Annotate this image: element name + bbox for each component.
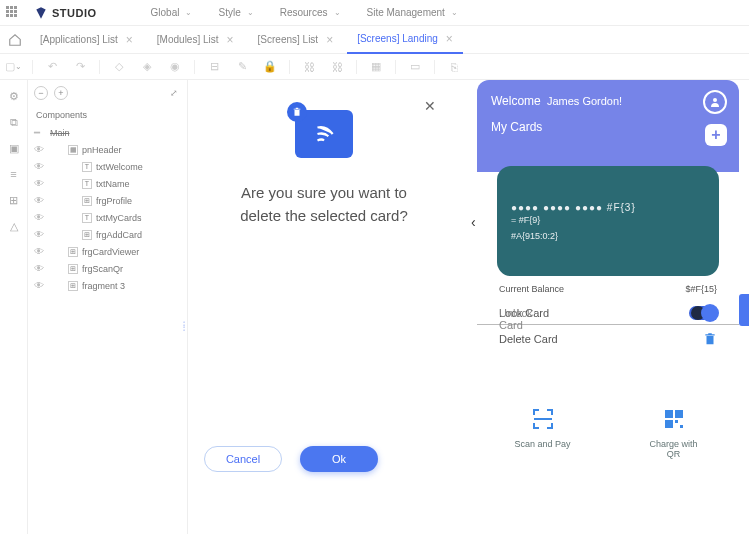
app-logo: STUDIO: [34, 6, 97, 20]
visibility-icon[interactable]: 👁: [34, 246, 46, 257]
node-label: pnHeader: [82, 145, 122, 155]
settings-icon[interactable]: ⚙: [6, 88, 22, 104]
card-expiry: = #F{9}: [511, 215, 705, 225]
ok-button[interactable]: Ok: [300, 446, 378, 472]
save-dropdown[interactable]: ▢⌄: [4, 58, 22, 76]
add-card-button[interactable]: +: [705, 124, 727, 146]
visibility-icon[interactable]: 👁: [34, 263, 46, 274]
quick-actions: Scan and Pay Charge with QR: [477, 407, 739, 459]
top-menu: Global⌄ Style⌄ Resources⌄ Site Managemen…: [151, 7, 458, 18]
node-label: frgProfile: [96, 196, 132, 206]
layers-icon[interactable]: ⧉: [6, 114, 22, 130]
app-name: STUDIO: [52, 7, 97, 19]
cancel-button[interactable]: Cancel: [204, 446, 282, 472]
design-canvas: ✕ Are you sure you want to delete the se…: [188, 80, 749, 534]
visibility-icon[interactable]: 👁: [34, 212, 46, 223]
visibility-icon[interactable]: 👁: [34, 144, 46, 155]
tree-node[interactable]: 👁TtxtWelcome: [28, 158, 187, 175]
tree-node[interactable]: 👁▦pnHeader: [28, 141, 187, 158]
collapse-all-button[interactable]: −: [34, 86, 48, 100]
tab-screens-list[interactable]: [Screens] List×: [248, 26, 344, 54]
node-label: txtMyCards: [96, 213, 142, 223]
visibility-icon[interactable]: 👁: [34, 280, 46, 291]
close-icon[interactable]: ×: [326, 33, 333, 47]
copy-button[interactable]: ⎘: [445, 58, 463, 76]
link-button[interactable]: ⛓: [300, 58, 318, 76]
undo-button[interactable]: ↶: [43, 58, 61, 76]
menu-global[interactable]: Global⌄: [151, 7, 193, 18]
tab-applications-list[interactable]: [Applications] List×: [30, 26, 143, 54]
app-grip-icon[interactable]: [6, 6, 20, 20]
card-carousel: ‹ › ●●●● ●●●● ●●●● #F{3} = #F{9} #A{915:…: [477, 166, 739, 276]
main-area: ⚙ ⧉ ▣ ≡ ⊞ △ − + ⤢ Components ━ Main 👁▦pn…: [0, 80, 749, 534]
tree-title: Components: [28, 106, 187, 124]
tree-node[interactable]: 👁TtxtMyCards: [28, 209, 187, 226]
tab-modules-list[interactable]: [Modules] List×: [147, 26, 244, 54]
tree-node[interactable]: 👁⊞frgScanQr: [28, 260, 187, 277]
visibility-icon[interactable]: 👁: [34, 178, 46, 189]
node-type-icon: ⊞: [68, 264, 78, 274]
tool-1[interactable]: ◇: [110, 58, 128, 76]
quick-scan-pay[interactable]: Scan and Pay: [513, 407, 573, 459]
un-group-button[interactable]: ⊟: [205, 58, 223, 76]
screen-preview: Welcome James Gordon! My Cards + ‹ › ●●●…: [477, 80, 739, 500]
node-type-icon: T: [82, 213, 92, 223]
node-type-icon: T: [82, 162, 92, 172]
tree-node[interactable]: 👁⊞fragment 3: [28, 277, 187, 294]
right-panel-handle[interactable]: [739, 294, 749, 326]
quick-charge-qr[interactable]: Charge with QR: [644, 407, 704, 459]
tree-node[interactable]: 👁⊞frgProfile: [28, 192, 187, 209]
visibility-icon[interactable]: 👁: [34, 229, 46, 240]
credit-card[interactable]: ●●●● ●●●● ●●●● #F{3} = #F{9} #A{915:0:2}: [497, 166, 719, 276]
node-label: frgCardViewer: [82, 247, 139, 257]
mycards-label: My Cards: [491, 120, 725, 134]
home-button[interactable]: [4, 29, 26, 51]
trash-badge-icon: [287, 102, 307, 122]
warnings-icon[interactable]: △: [6, 218, 22, 234]
redo-button[interactable]: ↷: [71, 58, 89, 76]
welcome-text: Welcome James Gordon!: [491, 94, 725, 108]
unlink-button[interactable]: ⛓: [328, 58, 346, 76]
node-label: fragment 3: [82, 281, 125, 291]
lock-button[interactable]: 🔒: [261, 58, 279, 76]
menu-resources[interactable]: Resources⌄: [280, 7, 341, 18]
menu-style[interactable]: Style⌄: [218, 7, 253, 18]
tree-node[interactable]: 👁⊞frgAddCard: [28, 226, 187, 243]
structure-icon[interactable]: ⊞: [6, 192, 22, 208]
dialog-close-button[interactable]: ✕: [424, 98, 436, 114]
carousel-prev[interactable]: ‹: [471, 214, 476, 230]
svg-point-0: [713, 98, 717, 102]
lock-toggle[interactable]: [689, 306, 717, 320]
visibility-icon[interactable]: 👁: [34, 195, 46, 206]
grid-button[interactable]: ▦: [367, 58, 385, 76]
node-type-icon: ⊞: [68, 281, 78, 291]
chevron-down-icon: ⌄: [451, 8, 458, 17]
card-holder: #A{915:0:2}: [511, 231, 705, 241]
fullscreen-icon[interactable]: ⤢: [167, 86, 181, 100]
visibility-icon[interactable]: 👁: [34, 161, 46, 172]
visibility-icon[interactable]: ━: [34, 127, 46, 138]
dialog-actions: Cancel Ok: [204, 446, 378, 472]
tree-root[interactable]: ━ Main: [28, 124, 187, 141]
trash-icon[interactable]: [703, 331, 717, 347]
tool-2[interactable]: ◈: [138, 58, 156, 76]
close-icon[interactable]: ×: [446, 32, 453, 46]
tab-screens-landing[interactable]: [Screens] Landing×: [347, 26, 463, 54]
tool-3[interactable]: ◉: [166, 58, 184, 76]
expand-all-button[interactable]: +: [54, 86, 68, 100]
tree-node[interactable]: 👁⊞frgCardViewer: [28, 243, 187, 260]
node-label: frgScanQr: [82, 264, 123, 274]
node-label: txtWelcome: [96, 162, 143, 172]
edit-button[interactable]: ✎: [233, 58, 251, 76]
profile-avatar[interactable]: [703, 90, 727, 114]
menu-site-management[interactable]: Site Management⌄: [367, 7, 458, 18]
tree-node[interactable]: 👁TtxtName: [28, 175, 187, 192]
components-icon[interactable]: ▣: [6, 140, 22, 156]
node-label: txtName: [96, 179, 130, 189]
close-icon[interactable]: ×: [126, 33, 133, 47]
left-rail: ⚙ ⧉ ▣ ≡ ⊞ △: [0, 80, 28, 534]
toolbar: ▢⌄ ↶ ↷ ◇ ◈ ◉ ⊟ ✎ 🔒 ⛓ ⛓ ▦ ▭ ⎘: [0, 54, 749, 80]
db-icon[interactable]: ≡: [6, 166, 22, 182]
delete-button[interactable]: ▭: [406, 58, 424, 76]
close-icon[interactable]: ×: [227, 33, 234, 47]
